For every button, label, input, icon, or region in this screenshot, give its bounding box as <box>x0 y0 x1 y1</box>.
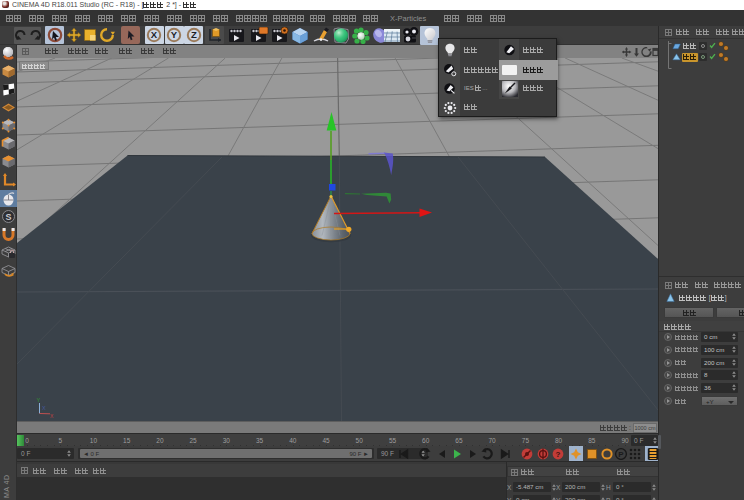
svg-text:Y: Y <box>171 29 178 40</box>
svg-text:S: S <box>5 212 11 222</box>
svg-text:Z: Z <box>191 29 197 40</box>
svg-text:X: X <box>42 405 46 411</box>
svg-text:X: X <box>151 29 158 40</box>
svg-text:Y: Y <box>37 397 41 403</box>
svg-text:P: P <box>618 450 624 459</box>
svg-text:?: ? <box>556 450 561 459</box>
